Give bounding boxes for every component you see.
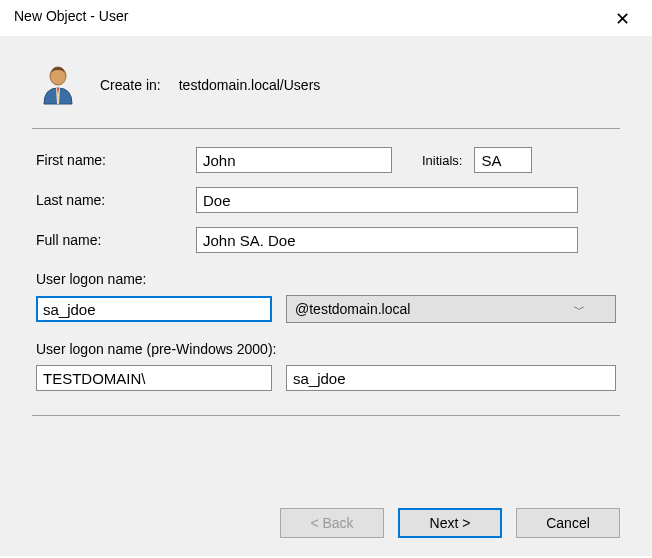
- user-icon: [38, 64, 78, 106]
- form-area: First name: Initials: Last name: Full na…: [32, 147, 620, 391]
- dialog-content: Create in: testdomain.local/Users First …: [0, 36, 652, 556]
- back-button: < Back: [280, 508, 384, 538]
- last-name-label: Last name:: [36, 192, 196, 208]
- button-row: < Back Next > Cancel: [280, 508, 620, 538]
- logon-name-label: User logon name:: [36, 271, 616, 287]
- pre2k-domain-input[interactable]: [36, 365, 272, 391]
- chevron-down-icon: ﹀: [574, 302, 585, 317]
- header-row: Create in: testdomain.local/Users: [32, 56, 620, 128]
- next-button[interactable]: Next >: [398, 508, 502, 538]
- row-first-name: First name: Initials:: [36, 147, 616, 173]
- initials-label: Initials:: [422, 153, 462, 168]
- divider-bottom: [32, 415, 620, 416]
- pre2k-label: User logon name (pre-Windows 2000):: [36, 341, 616, 357]
- full-name-input[interactable]: [196, 227, 578, 253]
- divider: [32, 128, 620, 129]
- logon-row: @testdomain.local ﹀: [36, 295, 616, 323]
- domain-suffix-value: @testdomain.local: [295, 301, 410, 317]
- pre2k-user-input[interactable]: [286, 365, 616, 391]
- last-name-input[interactable]: [196, 187, 578, 213]
- logon-name-input[interactable]: [36, 296, 272, 322]
- initials-group: Initials:: [422, 147, 532, 173]
- titlebar: New Object - User ✕: [0, 0, 652, 36]
- cancel-button[interactable]: Cancel: [516, 508, 620, 538]
- full-name-label: Full name:: [36, 232, 196, 248]
- pre2k-row: [36, 365, 616, 391]
- create-in-path: testdomain.local/Users: [179, 77, 321, 93]
- initials-input[interactable]: [474, 147, 532, 173]
- row-last-name: Last name:: [36, 187, 616, 213]
- create-in-label: Create in:: [100, 77, 161, 93]
- domain-suffix-select[interactable]: @testdomain.local ﹀: [286, 295, 616, 323]
- first-name-input[interactable]: [196, 147, 392, 173]
- first-name-label: First name:: [36, 152, 196, 168]
- create-in: Create in: testdomain.local/Users: [100, 77, 320, 93]
- window-title: New Object - User: [14, 8, 128, 24]
- row-full-name: Full name:: [36, 227, 616, 253]
- close-icon[interactable]: ✕: [607, 8, 638, 30]
